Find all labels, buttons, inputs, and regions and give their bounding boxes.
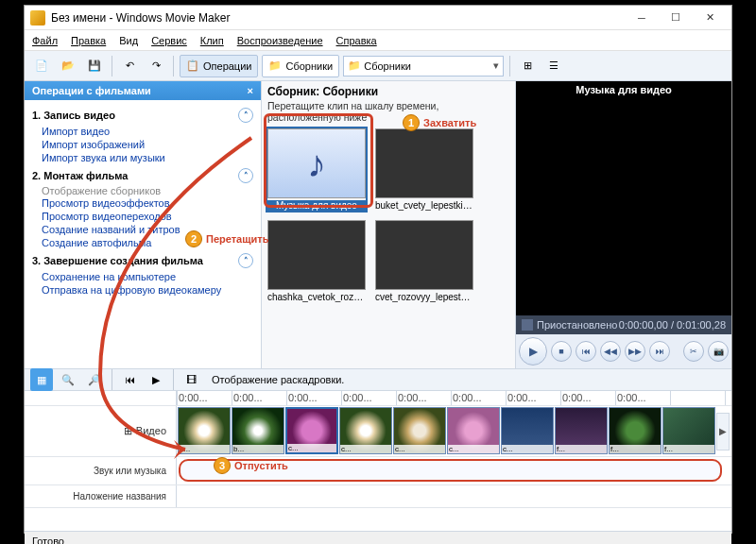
minimize-button[interactable]: ─ (631, 9, 652, 26)
toolbar: 📄 📂 💾 ↶ ↷ 📋Операции 📁Сборники 📁 Сборники… (25, 51, 731, 81)
operations-button[interactable]: 📋Операции (180, 55, 258, 77)
callout-1: 1Захватить (403, 114, 476, 131)
collection-combo[interactable]: 📁 Сборники▾ (343, 56, 504, 76)
link-show-collections: Отображение сборников (32, 185, 253, 196)
clip-thumb-3[interactable]: chashka_cvetok_roza_8... (267, 220, 366, 302)
collection-title: Сборник: Сборники (267, 85, 509, 98)
menu-view[interactable]: Вид (119, 35, 138, 46)
tl-rewind-icon[interactable]: ⏮ (118, 368, 141, 391)
view-thumb-icon[interactable]: ⊞ (516, 55, 539, 77)
open-icon[interactable]: 📂 (57, 55, 79, 77)
link-send-camera[interactable]: Отправка на цифровую видеокамеру (32, 283, 253, 297)
collections-button[interactable]: 📁Сборники (262, 55, 339, 77)
section-edit[interactable]: 2. Монтаж фильма˄ (32, 168, 253, 183)
link-import-audio[interactable]: Импорт звука или музыки (32, 151, 253, 164)
clip-thumb-4[interactable]: cvet_rozovyy_lepestki_r... (375, 220, 473, 302)
undo-icon[interactable]: ↶ (118, 55, 141, 77)
timeline-clip[interactable]: c... (447, 407, 500, 454)
callout-3: 3Отпустить (214, 457, 288, 474)
app-icon (30, 10, 45, 26)
preview-screen (516, 98, 731, 315)
maximize-button[interactable]: ☐ (665, 9, 686, 26)
video-track[interactable]: ⊞Видео b...b...c...c...c...c...c...f...f… (25, 406, 731, 457)
menu-service[interactable]: Сервис (151, 35, 187, 46)
chevron-up-icon: ˄ (238, 168, 253, 183)
next-button[interactable]: ⏭ (649, 341, 670, 362)
forward-button[interactable]: ▶▶ (625, 341, 645, 362)
view-list-icon[interactable]: ☰ (542, 55, 565, 77)
link-video-transitions[interactable]: Просмотр видеопереходов (32, 210, 253, 223)
timeline-clip[interactable]: b... (178, 407, 231, 454)
link-save-computer[interactable]: Сохранение на компьютере (32, 270, 253, 283)
timeline-clip[interactable]: c... (501, 407, 554, 454)
timeline-clip[interactable]: f... (609, 407, 662, 454)
menu-clip[interactable]: Клип (200, 35, 224, 46)
scroll-right-icon[interactable]: ▶ (716, 413, 730, 450)
title-track[interactable]: Наложение названия (25, 485, 731, 508)
rewind-button[interactable]: ◀◀ (600, 341, 621, 362)
collection-view: Сборник: Сборники Перетащите клип на шка… (261, 81, 516, 368)
menubar: Файл Правка Вид Сервис Клип Воспроизведе… (25, 30, 731, 51)
split-button[interactable]: ✂ (683, 341, 704, 362)
timeline-clip[interactable]: c... (339, 407, 392, 454)
link-video-effects[interactable]: Просмотр видеоэффектов (32, 196, 253, 210)
tasks-panel: Операции с фильмами× 1. Запись видео˄ Им… (25, 81, 261, 368)
tl-view-label: Отображение раскадровки. (212, 374, 344, 385)
timeline-clip[interactable]: b... (232, 407, 284, 454)
clip-thumb-2[interactable]: buket_cvety_lepestki_be... (375, 128, 473, 211)
tl-toggle-view-icon[interactable]: 🎞 (180, 368, 202, 391)
audio-track[interactable]: Звук или музыка (25, 457, 731, 485)
tasks-header: Операции с фильмами× (25, 81, 261, 100)
preview-controls: ▶ ■ ⏮ ◀◀ ▶▶ ⏭ ✂ 📷 (516, 334, 731, 368)
preview-status-bar: Приостановлено 0:00:00,00 / 0:01:00,28 (516, 315, 731, 334)
new-icon[interactable]: 📄 (30, 55, 53, 77)
timeline-clip[interactable]: c... (285, 407, 338, 454)
timeline-toolbar: ▦ 🔍 🔎 ⏮ ▶ 🎞 Отображение раскадровки. (25, 368, 731, 391)
section-capture[interactable]: 1. Запись видео˄ (32, 108, 253, 123)
timeline-clip[interactable]: f... (662, 407, 715, 454)
close-button[interactable]: ✕ (699, 9, 720, 26)
tl-storyboard-icon[interactable]: ▦ (30, 368, 53, 391)
status-bar: Готово (25, 531, 731, 544)
preview-panel: Музыка для видео Приостановлено 0:00:00,… (516, 81, 731, 368)
prev-button[interactable]: ⏮ (576, 341, 596, 362)
play-button[interactable]: ▶ (519, 337, 547, 366)
timeline-clip[interactable]: f... (555, 407, 608, 454)
pause-icon (522, 319, 533, 331)
link-import-video[interactable]: Импорт видео (32, 125, 253, 138)
titlebar: Без имени - Windows Movie Maker ─ ☐ ✕ (25, 6, 731, 30)
chevron-down-icon: ▾ (493, 60, 499, 72)
preview-title: Музыка для видео (516, 81, 731, 98)
preview-time: 0:00:00,00 / 0:01:00,28 (619, 319, 726, 331)
menu-file[interactable]: Файл (32, 35, 58, 46)
tl-play-icon[interactable]: ▶ (145, 368, 167, 391)
close-panel-icon[interactable]: × (248, 85, 253, 96)
timeline-clip[interactable]: c... (393, 407, 446, 454)
callout-2: 2Перетащить (185, 230, 268, 247)
timeline-ruler[interactable]: 0:00...0:00...0:00...0:00...0:00...0:00.… (25, 391, 731, 406)
link-import-images[interactable]: Импорт изображений (32, 138, 253, 151)
snapshot-button[interactable]: 📷 (708, 341, 729, 362)
menu-play[interactable]: Воспроизведение (237, 35, 323, 46)
menu-help[interactable]: Справка (336, 35, 377, 46)
music-note-icon: ♪ (307, 143, 326, 185)
window-title: Без имени - Windows Movie Maker (51, 11, 631, 25)
menu-edit[interactable]: Правка (71, 35, 106, 46)
tl-zoom-in-icon[interactable]: 🔍 (57, 368, 79, 391)
section-finish[interactable]: 3. Завершение создания фильма˄ (32, 253, 253, 268)
save-icon[interactable]: 💾 (83, 55, 106, 77)
redo-icon[interactable]: ↷ (145, 55, 167, 77)
stop-button[interactable]: ■ (551, 341, 572, 362)
clip-music[interactable]: ♪ Музыка для видео (267, 128, 366, 211)
chevron-up-icon: ˄ (238, 253, 253, 268)
timeline: 0:00...0:00...0:00...0:00...0:00...0:00.… (25, 391, 731, 531)
tl-zoom-out-icon[interactable]: 🔎 (83, 368, 106, 391)
chevron-up-icon: ˄ (238, 108, 253, 123)
